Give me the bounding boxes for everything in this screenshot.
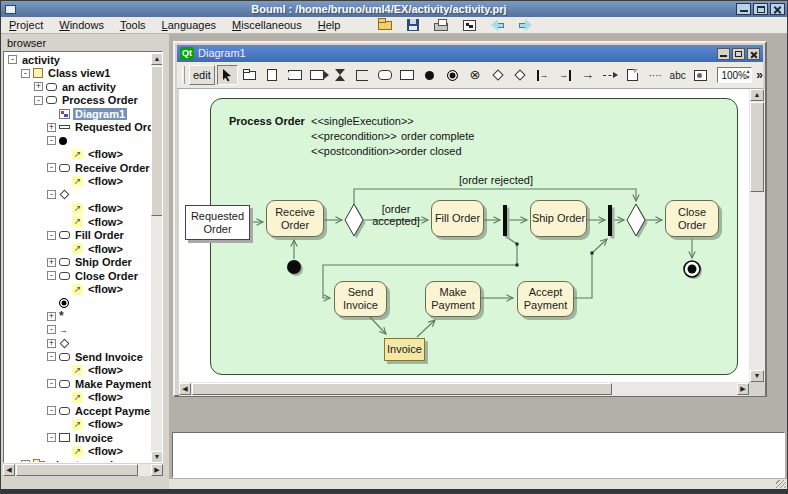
scrollbar-thumb[interactable] xyxy=(192,383,612,395)
object-node-tool-button[interactable] xyxy=(397,65,418,85)
menu-tools[interactable]: Tools xyxy=(112,18,154,32)
canvas-horizontal-scrollbar[interactable]: ◀ ▶ xyxy=(179,382,749,396)
window-titlebar[interactable]: Bouml : /home/bruno/uml4/EX/activity/act… xyxy=(1,1,788,17)
tree-item-flow[interactable]: ↗<flow> xyxy=(5,391,150,405)
tree-item-accept-payment[interactable]: -Accept Payment xyxy=(5,404,150,418)
edit-button[interactable]: edit xyxy=(189,65,215,85)
node-send-invoice[interactable]: Send Invoice xyxy=(334,281,387,317)
expander[interactable]: - xyxy=(47,190,56,199)
tree-item-flow[interactable]: ↗<flow> xyxy=(5,215,150,229)
expander[interactable]: + xyxy=(47,258,56,267)
scroll-left-icon[interactable]: ◀ xyxy=(3,464,15,476)
tree-item-fill-order[interactable]: -Fill Order xyxy=(5,229,150,243)
anchor-tool-button[interactable]: ···· xyxy=(645,65,666,85)
scrollbar-thumb[interactable] xyxy=(750,102,764,192)
select-tool-button[interactable] xyxy=(217,65,238,85)
expander[interactable]: - xyxy=(47,406,56,415)
tree-item-invoice[interactable]: -Invoice xyxy=(5,431,150,445)
expander[interactable]: - xyxy=(47,433,56,442)
open-button[interactable] xyxy=(376,18,394,32)
tree-item-send-invoice[interactable]: -Send Invoice xyxy=(5,350,150,364)
activity-final-tool-button[interactable] xyxy=(442,65,463,85)
tree-item-flow[interactable]: ↗<flow> xyxy=(5,445,150,459)
dependency-tool-button[interactable] xyxy=(600,65,621,85)
tree-item-flow[interactable]: ↗<flow> xyxy=(5,175,150,189)
decision-tool-button[interactable] xyxy=(487,65,508,85)
tree-item-ship-order[interactable]: +Ship Order xyxy=(5,256,150,270)
node-invoice[interactable]: Invoice xyxy=(384,338,425,361)
menu-languages[interactable]: Languages xyxy=(154,18,224,32)
tree-item-activity[interactable]: -activity xyxy=(5,53,150,67)
expander[interactable]: - xyxy=(47,163,56,172)
tree-item-merge-node[interactable]: + xyxy=(5,337,150,351)
scrollbar-thumb[interactable] xyxy=(151,66,163,216)
close-button[interactable] xyxy=(770,3,785,15)
tree-item-process-order[interactable]: -Process Order xyxy=(5,94,150,108)
tree-item-fork-node[interactable]: +* xyxy=(5,310,150,324)
expander[interactable]: - xyxy=(8,55,17,64)
scroll-up-icon[interactable]: ▲ xyxy=(151,53,163,65)
tree-vertical-scrollbar[interactable]: ▲ ▼ xyxy=(151,53,163,463)
tree-item-an-activity[interactable]: +an activity xyxy=(5,80,150,94)
tree-item-flow[interactable]: ↗<flow> xyxy=(5,242,150,256)
resize-grip[interactable] xyxy=(776,480,786,488)
tree-item-chapter-region[interactable]: +chapter region xyxy=(5,458,150,463)
fork-tool-button[interactable]: → xyxy=(532,65,553,85)
text-tool-button[interactable]: abc xyxy=(667,65,688,85)
image-tool-button[interactable] xyxy=(690,65,711,85)
node-receive-order[interactable]: Receive Order xyxy=(266,200,324,237)
child-maximize-button[interactable] xyxy=(732,48,745,60)
node-fill-order[interactable]: Fill Order xyxy=(431,200,484,237)
merge-tool-button[interactable] xyxy=(510,65,531,85)
package-tool-button[interactable] xyxy=(240,65,261,85)
scroll-down-icon[interactable]: ▼ xyxy=(151,451,163,463)
go-forward-button[interactable] xyxy=(516,18,534,32)
note-tool-button[interactable] xyxy=(622,65,643,85)
expander[interactable]: + xyxy=(34,82,43,91)
node-ship-order[interactable]: Ship Order xyxy=(530,200,587,237)
menu-project[interactable]: Project xyxy=(1,18,51,32)
expander[interactable]: - xyxy=(47,271,56,280)
partition-tool-button[interactable] xyxy=(352,65,373,85)
child-close-button[interactable] xyxy=(747,48,760,60)
child-minimize-button[interactable] xyxy=(717,48,730,60)
toolbar-grip[interactable] xyxy=(182,66,185,84)
expander[interactable]: - xyxy=(47,379,56,388)
browse-button[interactable] xyxy=(460,18,478,32)
tree-item-requested-order[interactable]: +Requested Order xyxy=(5,121,150,135)
scroll-right-icon[interactable]: ▶ xyxy=(151,464,163,476)
tree-item-flow[interactable]: ↗<flow> xyxy=(5,283,150,297)
time-event-tool-button[interactable] xyxy=(330,65,351,85)
expander[interactable]: + xyxy=(47,123,56,132)
action-tool-button[interactable] xyxy=(375,65,396,85)
fragment-tool-button[interactable] xyxy=(262,65,283,85)
tree-item-decision-node[interactable]: - xyxy=(5,188,150,202)
scroll-up-icon[interactable]: ▲ xyxy=(750,89,764,101)
tree-item-join-node[interactable]: -→ xyxy=(5,323,150,337)
canvas-vertical-scrollbar[interactable]: ▲ ▼ xyxy=(749,89,765,382)
scroll-right-icon[interactable]: ▶ xyxy=(737,383,749,395)
tree-item-initial-node[interactable]: - xyxy=(5,134,150,148)
expander[interactable]: - xyxy=(47,325,56,334)
tree-item-close-order[interactable]: -Close Order xyxy=(5,269,150,283)
join-tool-button[interactable]: → xyxy=(555,65,576,85)
toolbar-overflow-chevron[interactable]: » xyxy=(756,68,763,82)
tree-item-class-view1[interactable]: -Class view1 xyxy=(5,67,150,81)
tree-item-flow[interactable]: ↗<flow> xyxy=(5,148,150,162)
go-back-button[interactable] xyxy=(488,18,506,32)
menu-miscellaneous[interactable]: Miscellaneous xyxy=(224,18,310,32)
tree-item-flow[interactable]: ↗<flow> xyxy=(5,418,150,432)
flow-final-tool-button[interactable]: ⊗ xyxy=(465,65,486,85)
zoom-spinbox[interactable]: 100% ▲▼ xyxy=(717,67,752,83)
expander[interactable]: + xyxy=(47,312,56,321)
diagram-window-titlebar[interactable]: Qt Diagram1 xyxy=(177,45,763,62)
tree-item-receive-order[interactable]: -Receive Order xyxy=(5,161,150,175)
expander[interactable]: - xyxy=(47,352,56,361)
node-accept-payment[interactable]: Accept Payment xyxy=(517,281,574,317)
comment-pane[interactable] xyxy=(172,432,785,478)
tree-item-make-payment[interactable]: -Make Payment xyxy=(5,377,150,391)
menu-help[interactable]: Help xyxy=(310,18,349,32)
node-requested-order[interactable]: Requested Order xyxy=(185,205,250,240)
expander[interactable]: - xyxy=(47,231,56,240)
expander[interactable]: - xyxy=(34,96,43,105)
